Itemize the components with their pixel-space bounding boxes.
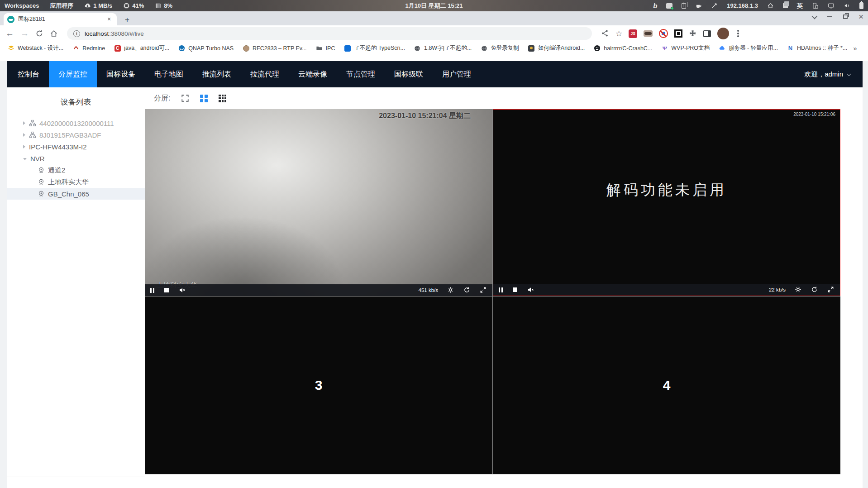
bookmark-qnap[interactable]: QNAP Turbo NAS bbox=[175, 43, 237, 53]
browser-toolbar: ← → i localhost :38080/#/live ☆ JS bbox=[0, 25, 868, 42]
csdn-c-icon: C bbox=[114, 45, 121, 52]
tree-item-device[interactable]: IPC-HFW4433M-I2 bbox=[7, 141, 145, 153]
reload-button[interactable] bbox=[35, 29, 43, 38]
video-cell-1[interactable]: 2023-01-10 15:21:04 星期二 上地科实大华 451 kb/s bbox=[145, 109, 492, 296]
split-single-fullscreen-button[interactable] bbox=[181, 94, 189, 102]
window-minimize-button[interactable] bbox=[827, 16, 832, 17]
new-tab-button[interactable]: + bbox=[122, 15, 132, 25]
browser-home-button[interactable] bbox=[50, 29, 58, 38]
page-scrollbar-track[interactable] bbox=[863, 61, 868, 488]
pause-button[interactable] bbox=[499, 287, 503, 292]
bookmarks-overflow-chevron[interactable]: » bbox=[853, 44, 857, 52]
video-cell-4-empty[interactable]: 4 bbox=[493, 297, 840, 474]
split-4-grid-button[interactable] bbox=[200, 95, 208, 102]
bookmark-typescript-article[interactable]: 1.8W字|了不起的... bbox=[411, 43, 475, 53]
nav-e-map[interactable]: 电子地图 bbox=[145, 61, 193, 87]
window-restore-button[interactable] bbox=[843, 14, 848, 19]
tree-item-channel[interactable]: 通道2 bbox=[7, 164, 145, 176]
coffee-icon[interactable] bbox=[695, 2, 702, 9]
bookmark-zhihu[interactable]: 了不起的 TypeScri... bbox=[341, 43, 408, 53]
applications-menu[interactable]: 应用程序 bbox=[50, 2, 73, 10]
nav-node-manage[interactable]: 节点管理 bbox=[337, 61, 385, 87]
pause-button[interactable] bbox=[150, 288, 154, 293]
nav-split-monitor[interactable]: 分屏监控 bbox=[49, 61, 97, 87]
tree-item-channel-selected[interactable]: GB_Chn_065 bbox=[7, 188, 145, 200]
caret-right-icon[interactable] bbox=[23, 145, 25, 148]
ip-address[interactable]: 192.168.1.3 bbox=[727, 2, 758, 9]
bookmark-hdatmos[interactable]: N HDAtmos :: 种子 *... bbox=[784, 43, 850, 53]
input-language-indicator[interactable]: 英 bbox=[797, 2, 803, 10]
windows-layers-icon[interactable] bbox=[783, 3, 788, 8]
settings-gear-icon[interactable] bbox=[447, 287, 454, 294]
workspaces-button[interactable]: Workspaces bbox=[5, 2, 39, 9]
volume-icon[interactable] bbox=[844, 2, 850, 9]
share-icon[interactable] bbox=[601, 29, 609, 38]
address-bar[interactable]: i localhost :38080/#/live bbox=[67, 27, 592, 40]
extensions-puzzle-icon[interactable] bbox=[689, 29, 697, 38]
fullscreen-expand-icon[interactable] bbox=[827, 286, 835, 293]
tree-item-device[interactable]: 44020000013200000111 bbox=[7, 117, 145, 129]
bookmark-android-compile[interactable]: 如何编译Android... bbox=[525, 43, 588, 53]
extension-blocker-icon[interactable] bbox=[659, 29, 668, 38]
screenshot-app-icon[interactable] bbox=[666, 3, 672, 9]
tree-item-channel[interactable]: 上地科实大华 bbox=[7, 176, 145, 188]
bookmark-copy-free[interactable]: 免登录复制 bbox=[477, 43, 522, 53]
user-menu[interactable]: 欢迎，admin bbox=[804, 70, 850, 79]
video-grid: 2023-01-10 15:21:04 星期二 上地科实大华 451 kb/s bbox=[145, 109, 840, 474]
nav-gb-devices[interactable]: 国标设备 bbox=[97, 61, 145, 87]
home-icon[interactable] bbox=[767, 2, 774, 9]
display-icon[interactable] bbox=[828, 2, 835, 9]
hdatmos-icon: N bbox=[787, 45, 794, 52]
site-info-icon[interactable]: i bbox=[73, 30, 80, 37]
caret-right-icon[interactable] bbox=[23, 133, 25, 137]
browser-menu-icon[interactable] bbox=[735, 30, 741, 37]
nav-push-list[interactable]: 推流列表 bbox=[193, 61, 241, 87]
nav-pull-proxy[interactable]: 拉流代理 bbox=[241, 61, 289, 87]
tree-item-device-expanded[interactable]: NVR bbox=[7, 153, 145, 164]
video-cell-2-selected[interactable]: 2023-01-10 15:21:06 解码功能未启用 22 kb/s bbox=[493, 109, 840, 296]
split-9-grid-button[interactable] bbox=[219, 95, 226, 102]
stop-button[interactable] bbox=[164, 288, 169, 292]
browser-tab[interactable]: 国标28181 × bbox=[4, 13, 117, 25]
nav-user-manage[interactable]: 用户管理 bbox=[433, 61, 481, 87]
phone-link-icon[interactable] bbox=[812, 2, 819, 9]
bookmark-webstack[interactable]: Webstack - 设计... bbox=[5, 43, 67, 53]
tab-search-chevron-icon[interactable] bbox=[811, 13, 817, 19]
bing-icon[interactable]: b bbox=[653, 2, 657, 9]
nav-console[interactable]: 控制台 bbox=[8, 61, 49, 87]
caret-down-icon[interactable] bbox=[23, 158, 27, 160]
mute-icon[interactable] bbox=[527, 286, 534, 293]
tab-close-icon[interactable]: × bbox=[105, 15, 113, 24]
settings-gear-icon[interactable] bbox=[795, 286, 802, 293]
extension-frame-icon[interactable] bbox=[674, 29, 682, 38]
caret-right-icon[interactable] bbox=[23, 121, 25, 125]
bookmark-ipc-folder[interactable]: IPC bbox=[313, 43, 339, 53]
forward-button[interactable]: → bbox=[20, 29, 29, 38]
bookmark-github[interactable]: hairrrrr/C-CrashC... bbox=[591, 43, 655, 53]
video-cell-3-empty[interactable]: 3 bbox=[145, 297, 492, 474]
bookmark-rfc2833[interactable]: RFC2833 – RTP Ev... bbox=[239, 43, 310, 53]
mute-icon[interactable] bbox=[179, 287, 186, 294]
battery-icon[interactable] bbox=[859, 2, 863, 9]
back-button[interactable]: ← bbox=[5, 29, 14, 38]
tree-item-device[interactable]: 8J01915PAGB3ADF bbox=[7, 129, 145, 141]
bookmark-csdn[interactable]: C java、android可... bbox=[111, 43, 172, 53]
bitrate-label: 451 kb/s bbox=[419, 287, 438, 293]
clipboard-icon[interactable] bbox=[682, 3, 686, 9]
bookmark-star-icon[interactable]: ☆ bbox=[615, 29, 622, 38]
window-close-button[interactable]: × bbox=[858, 13, 863, 20]
extension-mask-icon[interactable] bbox=[644, 30, 653, 37]
profile-avatar[interactable] bbox=[717, 28, 729, 39]
bookmark-wvp-docs[interactable]: Ψ WVP-PRO文档 bbox=[658, 43, 713, 53]
side-panel-icon[interactable] bbox=[703, 30, 711, 37]
bookmark-cloud-server[interactable]: 服务器 - 轻量应用... bbox=[715, 43, 781, 53]
fullscreen-expand-icon[interactable] bbox=[480, 287, 487, 294]
nav-cloud-record[interactable]: 云端录像 bbox=[289, 61, 337, 87]
bookmark-redmine[interactable]: Redmine bbox=[69, 43, 108, 53]
color-picker-icon[interactable] bbox=[711, 2, 718, 9]
extension-js-icon[interactable]: JS bbox=[629, 29, 637, 38]
refresh-icon[interactable] bbox=[463, 287, 471, 294]
nav-gb-cascade[interactable]: 国标级联 bbox=[385, 61, 433, 87]
refresh-icon[interactable] bbox=[811, 286, 818, 293]
stop-button[interactable] bbox=[513, 287, 517, 292]
